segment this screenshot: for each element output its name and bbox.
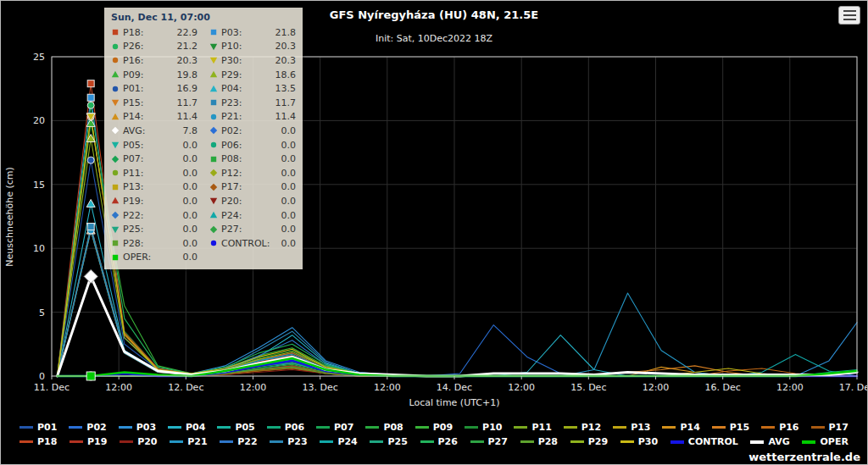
chart-legend: P01P02P03P04P05P06P07P08P09P10P11P12P13P… [9, 420, 859, 449]
legend-item-P10[interactable]: P10 [465, 422, 502, 433]
legend-label: P30 [638, 436, 658, 447]
legend-item-P04[interactable]: P04 [168, 422, 205, 433]
legend-item-P16[interactable]: P16 [761, 422, 798, 433]
legend-item-P08[interactable]: P08 [365, 422, 403, 433]
series-line-icon [750, 440, 764, 444]
tooltip-series-label: P20: [221, 196, 242, 207]
x-tick-label: 12:00 [643, 382, 670, 393]
legend-item-P18[interactable]: P18 [19, 436, 57, 447]
tooltip-series-value: 20.3 [177, 55, 198, 66]
legend-item-P25[interactable]: P25 [370, 436, 407, 447]
legend-item-P07[interactable]: P07 [316, 422, 353, 433]
tooltip-series-label: P28: [123, 238, 143, 249]
legend-label: AVG [768, 436, 789, 447]
legend-label: P08 [383, 422, 403, 433]
tooltip-entry-CONTROL: CONTROL:0.0 [209, 236, 296, 251]
x-tick-label: 17. Dec [839, 382, 868, 393]
x-tick-label: 11. Dec [34, 382, 70, 393]
series-line-icon [19, 440, 33, 443]
legend-item-P09[interactable]: P09 [415, 422, 453, 433]
series-marker-icon [209, 141, 218, 149]
tooltip-entry-P09: P09:19.8 [111, 68, 198, 82]
tooltip-series-label: P02: [221, 125, 242, 136]
legend-item-P20[interactable]: P20 [120, 436, 157, 447]
series-line-icon [316, 426, 330, 429]
legend-item-P23[interactable]: P23 [270, 436, 307, 447]
tooltip-series-value: 0.0 [281, 168, 297, 179]
tooltip-series-value: 0.0 [183, 168, 198, 179]
tooltip-series-value: 0.0 [281, 125, 297, 136]
tooltip-series-value: 0.0 [281, 224, 297, 235]
chart-context-menu-button[interactable] [838, 6, 860, 25]
tooltip-series-value: 18.6 [275, 69, 297, 80]
tooltip-series-value: 7.8 [183, 125, 198, 136]
legend-label: P25 [387, 436, 407, 447]
legend-item-P19[interactable]: P19 [70, 436, 107, 447]
series-line-icon [712, 426, 726, 429]
tooltip-series-label: OPER: [123, 252, 151, 263]
tooltip-series-label: P26: [123, 41, 143, 52]
legend-item-P03[interactable]: P03 [119, 422, 156, 433]
series-marker-icon [209, 225, 218, 234]
legend-item-P30[interactable]: P30 [620, 436, 658, 447]
y-tick-label: 15 [33, 180, 45, 191]
legend-item-OPER[interactable]: OPER [802, 436, 848, 447]
tooltip-series-label: P08: [221, 153, 242, 164]
x-tick-label: 12:00 [240, 382, 267, 393]
legend-label: P16 [779, 422, 798, 433]
legend-item-P11[interactable]: P11 [514, 422, 551, 433]
legend-item-P06[interactable]: P06 [267, 422, 304, 433]
tooltip-entry-P20: P20:0.0 [209, 194, 296, 208]
legend-item-P17[interactable]: P17 [811, 422, 849, 433]
legend-item-P28[interactable]: P28 [520, 436, 558, 447]
tooltip-series-label: P07: [123, 153, 143, 164]
tooltip-entry-P03: P03:21.8 [209, 25, 296, 40]
legend-item-P05[interactable]: P05 [217, 422, 254, 433]
legend-item-P02[interactable]: P02 [69, 422, 106, 433]
legend-label: P26 [438, 436, 458, 447]
series-marker-icon [111, 98, 120, 107]
legend-item-P26[interactable]: P26 [420, 436, 458, 447]
tooltip-series-value: 0.0 [183, 224, 198, 235]
tooltip-entry-P18: P18:22.9 [111, 25, 198, 40]
legend-label: P07 [334, 422, 353, 433]
tooltip-series-label: P10: [221, 41, 242, 52]
legend-item-P01[interactable]: P01 [19, 422, 57, 433]
series-line-icon [761, 426, 775, 429]
tooltip-series-value: 0.0 [281, 210, 297, 221]
series-line-icon [514, 426, 527, 429]
x-axis-labels: 11. Dec12:0012. Dec12:0013. Dec12:0014. … [34, 382, 868, 393]
tooltip-series-value: 21.8 [275, 27, 297, 38]
legend-item-P12[interactable]: P12 [564, 422, 601, 433]
tooltip-entry-P13: P13:0.0 [111, 180, 198, 195]
tooltip-series-label: P22: [123, 210, 143, 221]
tooltip-entry-P22: P22:0.0 [111, 208, 198, 223]
legend-item-P15[interactable]: P15 [712, 422, 749, 433]
tooltip-entry-P01: P01:16.9 [111, 81, 198, 96]
legend-item-P14[interactable]: P14 [662, 422, 699, 433]
series-marker-icon [111, 85, 120, 93]
series-line-icon [365, 426, 379, 429]
legend-item-CONTROL[interactable]: CONTROL [670, 436, 738, 447]
series-marker-icon [111, 239, 120, 247]
legend-item-P22[interactable]: P22 [220, 436, 257, 447]
tooltip-series-value: 22.9 [177, 27, 198, 38]
series-line-icon [802, 440, 815, 444]
tooltip-series-value: 0.0 [183, 238, 198, 249]
series-marker-icon [209, 42, 218, 51]
tooltip-entry-P06: P06:0.0 [209, 138, 296, 152]
legend-item-P27[interactable]: P27 [470, 436, 508, 447]
tooltip-entry-P08: P08:0.0 [209, 152, 296, 166]
legend-item-P21[interactable]: P21 [170, 436, 207, 447]
legend-item-P13[interactable]: P13 [613, 422, 650, 433]
series-marker-icon [209, 113, 218, 121]
series-marker-icon [209, 126, 218, 135]
legend-label: P17 [829, 422, 849, 433]
legend-item-P29[interactable]: P29 [570, 436, 608, 447]
y-tick-label: 0 [39, 371, 45, 382]
legend-item-AVG[interactable]: AVG [750, 436, 789, 447]
series-line-P02 [58, 325, 857, 376]
legend-item-P24[interactable]: P24 [320, 436, 357, 447]
series-line-icon [811, 426, 825, 429]
series-line-icon [662, 426, 676, 429]
